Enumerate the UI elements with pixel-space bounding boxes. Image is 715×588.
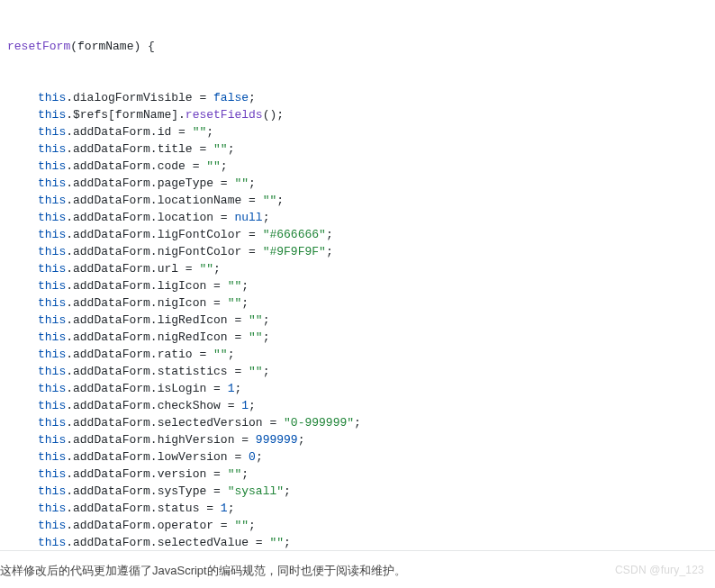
- value-token: 0: [249, 450, 256, 464]
- prop-chain: .addDataForm.isLogin =: [66, 382, 227, 395]
- value-token: "": [193, 125, 207, 139]
- footer-text: 这样修改后的代码更加遵循了JavaScript的编码规范，同时也便于阅读和维护。: [0, 562, 406, 579]
- method-call: resetFields: [186, 108, 263, 122]
- line-suffix: ;: [276, 194, 284, 207]
- value-token: "": [228, 467, 242, 481]
- prop-chain: .dialogFormVisible =: [66, 91, 213, 104]
- value-token: "": [213, 142, 228, 156]
- value-token: false: [213, 91, 249, 104]
- prop-chain: .$refs[formName].: [66, 108, 186, 122]
- line-suffix: ;: [263, 330, 270, 344]
- prop-chain: .addDataForm.url =: [66, 262, 199, 276]
- code-line: this.addDataForm.isLogin = 1;: [0, 380, 715, 397]
- value-token: "#666666": [263, 228, 326, 241]
- this-kw: this: [38, 519, 66, 532]
- this-kw: this: [38, 176, 66, 190]
- prop-chain: .addDataForm.ratio =: [66, 348, 213, 361]
- code-line: this.addDataForm.locationName = "";: [0, 192, 715, 209]
- line-suffix: ;: [263, 313, 270, 327]
- value-token: "": [269, 536, 284, 549]
- csdn-watermark: CSDN @fury_123: [615, 562, 704, 579]
- value-token: 999999: [256, 433, 298, 447]
- line-suffix: ;: [263, 211, 270, 224]
- prop-chain: .addDataForm.status =: [66, 502, 221, 515]
- prop-chain: .addDataForm.ligFontColor =: [66, 228, 262, 241]
- line-suffix: ;: [221, 159, 228, 173]
- this-kw: this: [38, 484, 66, 498]
- prop-chain: .addDataForm.nigFontColor =: [66, 245, 262, 258]
- prop-chain: .addDataForm.statistics =: [66, 365, 249, 378]
- line-suffix: ;: [234, 382, 241, 395]
- line-suffix: ;: [241, 279, 249, 293]
- code-line: this.addDataForm.operator = "";: [0, 517, 715, 534]
- this-kw: this: [38, 450, 66, 464]
- code-block: resetForm(formName) { this.dialogFormVis…: [0, 0, 715, 588]
- value-token: "": [234, 176, 249, 190]
- value-token: "#9F9F9F": [263, 245, 326, 258]
- prop-chain: .addDataForm.locationName =: [66, 194, 262, 207]
- fn-name: resetForm: [7, 40, 70, 53]
- line-suffix: ;: [228, 348, 235, 361]
- value-token: "": [249, 365, 263, 378]
- code-line: this.addDataForm.status = 1;: [0, 500, 715, 517]
- line-suffix: ;: [284, 536, 291, 549]
- code-line: this.$refs[formName].resetFields();: [0, 106, 715, 123]
- this-kw: this: [38, 211, 66, 224]
- line-suffix: ;: [263, 365, 270, 378]
- prop-chain: .addDataForm.pageType =: [66, 176, 234, 190]
- value-token: "": [206, 159, 221, 173]
- prop-chain: .addDataForm.selectedValue =: [66, 536, 269, 549]
- code-line: this.addDataForm.ligFontColor = "#666666…: [0, 226, 715, 243]
- line-suffix: ();: [263, 108, 284, 122]
- prop-chain: .addDataForm.id =: [66, 125, 192, 139]
- value-token: "": [249, 313, 263, 327]
- code-line: this.addDataForm.title = "";: [0, 140, 715, 158]
- code-line: this.addDataForm.nigFontColor = "#9F9F9F…: [0, 243, 715, 260]
- fn-param: formName: [77, 40, 133, 53]
- prop-chain: .addDataForm.highVersion =: [66, 433, 256, 447]
- value-token: "": [249, 330, 263, 344]
- this-kw: this: [38, 433, 66, 447]
- this-kw: this: [38, 262, 66, 276]
- value-token: "0-999999": [284, 416, 354, 430]
- fn-signature: resetForm(formName) {: [0, 38, 715, 55]
- code-line: this.addDataForm.id = "";: [0, 123, 715, 140]
- line-suffix: ;: [249, 176, 256, 190]
- prop-chain: .addDataForm.nigRedIcon =: [66, 330, 249, 344]
- code-line: this.addDataForm.nigIcon = "";: [0, 294, 715, 312]
- prop-chain: .addDataForm.location =: [66, 211, 234, 224]
- code-line: this.dialogFormVisible = false;: [0, 89, 715, 106]
- this-kw: this: [38, 245, 66, 258]
- value-token: "": [228, 296, 242, 310]
- this-kw: this: [38, 125, 66, 139]
- line-suffix: ;: [354, 416, 361, 430]
- code-line: this.addDataForm.ligIcon = "";: [0, 277, 715, 294]
- line-suffix: ;: [326, 245, 333, 258]
- line-suffix: ;: [298, 433, 305, 447]
- value-token: 1: [221, 502, 228, 515]
- this-kw: this: [38, 467, 66, 481]
- this-kw: this: [38, 416, 66, 430]
- code-line: this.addDataForm.selectedValue = "";: [0, 534, 715, 551]
- code-line: this.addDataForm.selectedVersion = "0-99…: [0, 414, 715, 431]
- value-token: "": [199, 262, 213, 276]
- prop-chain: .addDataForm.nigIcon =: [66, 296, 227, 310]
- line-suffix: ;: [206, 125, 213, 139]
- this-kw: this: [38, 142, 66, 156]
- line-suffix: ;: [228, 142, 235, 156]
- value-token: "": [213, 348, 228, 361]
- prop-chain: .addDataForm.code =: [66, 159, 206, 173]
- line-suffix: ;: [249, 519, 256, 532]
- prop-chain: .addDataForm.selectedVersion =: [66, 416, 284, 430]
- code-line: this.addDataForm.ligRedIcon = "";: [0, 312, 715, 329]
- this-kw: this: [38, 330, 66, 344]
- prop-chain: .addDataForm.checkShow =: [66, 399, 241, 412]
- value-token: "sysall": [228, 484, 284, 498]
- line-suffix: ;: [213, 262, 221, 276]
- prop-chain: .addDataForm.lowVersion =: [66, 450, 249, 464]
- code-line: this.addDataForm.location = null;: [0, 209, 715, 226]
- prop-chain: .addDataForm.ligIcon =: [66, 279, 227, 293]
- value-token: null: [234, 211, 262, 224]
- code-line: this.addDataForm.statistics = "";: [0, 363, 715, 380]
- this-kw: this: [38, 502, 66, 515]
